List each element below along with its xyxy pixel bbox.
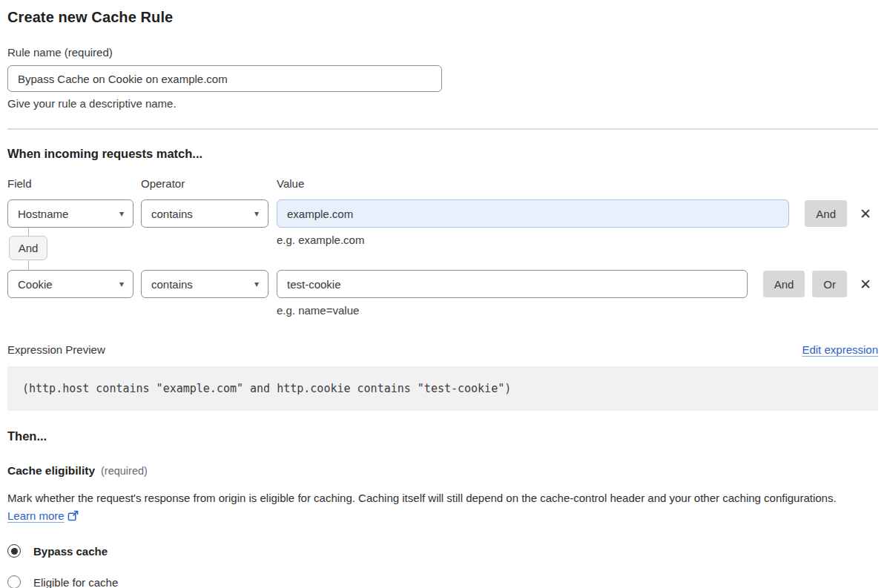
connector-line-bottom — [28, 260, 29, 270]
chevron-down-icon: ▾ — [254, 280, 259, 288]
section-divider — [7, 128, 878, 130]
description-text: Mark whether the request's response from… — [7, 492, 837, 504]
match-row-1-value-cell: e.g. example.com — [277, 199, 789, 246]
match-row-1-operator-cell: contains ▾ — [141, 199, 268, 228]
expression-preview-header: Expression Preview Edit expression — [7, 343, 878, 356]
field-select-value: Cookie — [18, 278, 53, 291]
cache-eligibility-description: Mark whether the request's response from… — [7, 489, 868, 526]
radio-bypass-cache[interactable]: Bypass cache — [7, 544, 878, 558]
then-heading: Then... — [7, 429, 878, 443]
chevron-down-icon: ▾ — [119, 280, 124, 288]
match-row-1: Hostname ▾ And contains ▾ e.g. example.c… — [7, 199, 878, 270]
match-row-1-field-cell: Hostname ▾ And — [7, 199, 134, 270]
match-section-heading: When incoming requests match... — [7, 147, 878, 161]
connector-and-button[interactable]: And — [9, 236, 47, 260]
or-button-row2[interactable]: Or — [812, 271, 847, 297]
chevron-down-icon: ▾ — [254, 209, 259, 218]
rule-name-input[interactable] — [7, 65, 442, 92]
operator-select-value: contains — [151, 208, 193, 220]
value-input-row1[interactable] — [277, 199, 789, 228]
operator-select-row2[interactable]: contains ▾ — [141, 270, 268, 298]
radio-label: Eligible for cache — [33, 576, 118, 588]
edit-expression-link[interactable]: Edit expression — [802, 343, 878, 356]
and-button-row1[interactable]: And — [805, 200, 847, 227]
match-column-labels: Field Operator Value — [7, 177, 878, 190]
match-row-2-operator-cell: contains ▾ — [141, 270, 268, 298]
rule-name-helper: Give your rule a descriptive name. — [7, 97, 878, 110]
connector-line-top — [28, 228, 29, 236]
value-hint-row2: e.g. name=value — [277, 304, 748, 317]
external-link-icon — [67, 509, 79, 526]
operator-select-row1[interactable]: contains ▾ — [141, 199, 268, 228]
cache-eligibility-heading-row: Cache eligibility (required) — [7, 464, 878, 478]
field-select-value: Hostname — [18, 208, 68, 220]
value-input-row2[interactable] — [277, 270, 748, 298]
match-row-2-value-cell: e.g. name=value — [277, 270, 748, 317]
match-row-2: Cookie ▾ contains ▾ e.g. name=value And … — [7, 270, 878, 317]
radio-label: Bypass cache — [33, 545, 108, 558]
page-title: Create new Cache Rule — [7, 9, 878, 26]
cache-eligibility-heading: Cache eligibility — [7, 464, 95, 478]
field-select-hostname[interactable]: Hostname ▾ — [7, 199, 134, 228]
close-icon[interactable]: ✕ — [853, 270, 878, 298]
radio-button-icon[interactable] — [7, 575, 21, 588]
field-column-label: Field — [7, 177, 134, 190]
match-row-2-field-cell: Cookie ▾ — [7, 270, 134, 298]
expression-code-block: (http.host contains "example.com" and ht… — [7, 366, 878, 411]
radio-eligible-for-cache[interactable]: Eligible for cache — [7, 575, 878, 588]
radio-button-icon[interactable] — [7, 544, 21, 558]
cache-eligibility-options: Bypass cache Eligible for cache — [7, 544, 878, 588]
value-column-label: Value — [277, 177, 304, 190]
and-button-row2[interactable]: And — [763, 271, 805, 297]
value-hint-row1: e.g. example.com — [277, 234, 789, 246]
rule-name-label: Rule name (required) — [7, 46, 878, 59]
expression-preview-label: Expression Preview — [7, 343, 105, 356]
operator-column-label: Operator — [141, 177, 268, 190]
chevron-down-icon: ▾ — [119, 209, 124, 218]
row-connector: And — [9, 228, 47, 270]
learn-more-link[interactable]: Learn more — [7, 509, 65, 522]
close-icon[interactable]: ✕ — [853, 199, 878, 228]
field-select-cookie[interactable]: Cookie ▾ — [7, 270, 134, 298]
operator-select-value: contains — [151, 278, 193, 291]
required-tag: (required) — [101, 465, 148, 477]
